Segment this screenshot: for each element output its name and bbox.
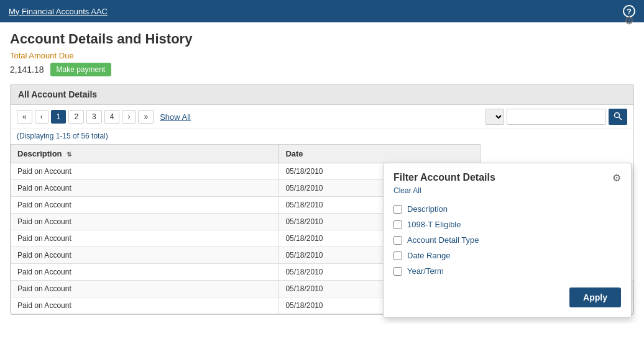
filter-checkbox-accttype[interactable] xyxy=(393,236,402,245)
filter-panel-header: Filter Account Details ⚙ xyxy=(393,172,621,184)
filter-option-description: Description xyxy=(393,201,621,217)
filter-label-yearterm[interactable]: Year/Term xyxy=(407,266,444,276)
page-1-button[interactable]: 1 xyxy=(51,110,67,124)
filter-checkbox-description[interactable] xyxy=(393,205,402,214)
table-section-heading: All Account Details xyxy=(11,84,633,105)
filter-checkbox-eligible[interactable] xyxy=(393,220,402,229)
search-input[interactable] xyxy=(507,109,606,125)
filter-label-accttype[interactable]: Account Detail Type xyxy=(407,235,479,245)
cell-description: Paid on Account xyxy=(11,247,279,264)
top-nav: My Financial Accounts AAC ? xyxy=(0,0,644,22)
svg-line-1 xyxy=(619,117,622,120)
page-title: Account Details and History xyxy=(10,31,192,47)
amount-row: 2,141.18 Make payment xyxy=(10,63,634,76)
cell-description: Paid on Account xyxy=(11,180,279,197)
total-amount-value: 2,141.18 xyxy=(10,65,44,75)
cell-description: Paid on Account xyxy=(11,281,279,297)
col-description: Description ⇅ xyxy=(11,145,279,163)
filter-checkbox-daterange[interactable] xyxy=(393,251,402,260)
filter-checkbox-yearterm[interactable] xyxy=(393,267,402,276)
cell-description: Paid on Account xyxy=(11,214,279,230)
filter-option-yearterm: Year/Term xyxy=(393,263,621,279)
filter-option-daterange: Date Range xyxy=(393,248,621,263)
cell-description: Paid on Account xyxy=(11,163,279,180)
page-prev-button[interactable]: ‹ xyxy=(35,110,48,124)
show-all-button[interactable]: Show All xyxy=(160,112,191,122)
sort-icon-description[interactable]: ⇅ xyxy=(67,151,71,158)
filter-panel: Filter Account Details ⚙ Clear All Descr… xyxy=(383,163,632,318)
pagination-bar: « ‹ 1 2 3 4 › » Show All xyxy=(11,105,633,129)
filter-label-daterange[interactable]: Date Range xyxy=(407,251,450,260)
cell-description: Paid on Account xyxy=(11,197,279,214)
filter-label-eligible[interactable]: 1098-T Eligible xyxy=(407,220,461,229)
svg-point-0 xyxy=(615,112,620,117)
filter-panel-title: Filter Account Details xyxy=(393,172,495,183)
page-next-button[interactable]: › xyxy=(122,110,136,124)
cell-description: Paid on Account xyxy=(11,264,279,281)
nav-title-link[interactable]: My Financial Accounts AAC xyxy=(9,7,108,16)
total-amount-label: Total Amount Due xyxy=(10,51,634,60)
cell-description: Paid on Account xyxy=(11,297,279,314)
page-3-button[interactable]: 3 xyxy=(86,110,102,124)
filter-option-accttype: Account Detail Type xyxy=(393,232,621,248)
search-dropdown[interactable] xyxy=(485,109,504,125)
page-last-button[interactable]: » xyxy=(138,110,154,124)
filter-label-description[interactable]: Description xyxy=(407,204,448,214)
displaying-text: (Displaying 1-15 of 56 total) xyxy=(11,129,633,144)
page-first-button[interactable]: « xyxy=(17,110,32,124)
table-header-row: Description ⇅ Date xyxy=(11,145,633,163)
col-date: Date xyxy=(279,145,480,163)
page-4-button[interactable]: 4 xyxy=(104,110,120,124)
page-2-button[interactable]: 2 xyxy=(68,110,84,124)
filter-apply-row: Apply xyxy=(393,287,621,307)
clear-all-link[interactable]: Clear All xyxy=(393,186,621,195)
search-area xyxy=(485,109,627,125)
cell-description: Paid on Account xyxy=(11,230,279,247)
search-button[interactable] xyxy=(609,109,627,125)
filter-option-eligible: 1098-T Eligible xyxy=(393,217,621,232)
filter-settings-icon[interactable]: ⚙ xyxy=(612,172,621,184)
apply-button[interactable]: Apply xyxy=(569,287,621,307)
make-payment-button[interactable]: Make payment xyxy=(50,63,112,76)
page-settings-icon[interactable]: ⚙ xyxy=(624,14,634,27)
